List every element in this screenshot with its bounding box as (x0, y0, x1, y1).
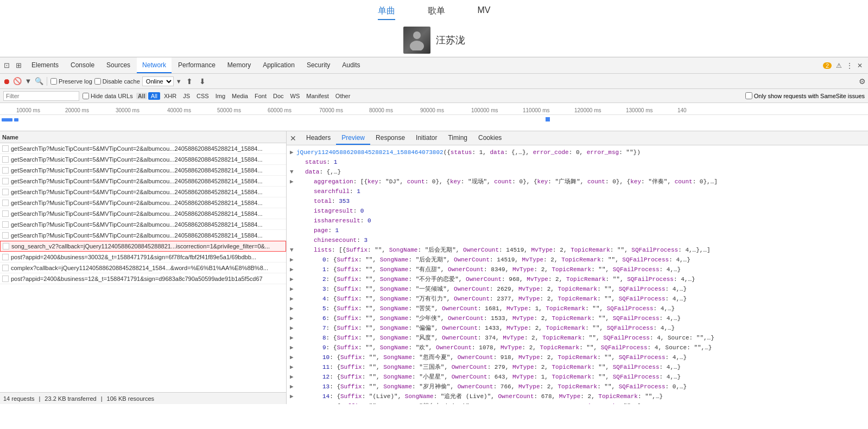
expand-lists[interactable]: ▼ (290, 245, 296, 255)
detail-tab-timing[interactable]: Timing (442, 131, 473, 145)
expand-2[interactable]: ▶ (290, 274, 296, 284)
devtools-right-icons: 2 ⚠ ⋮ ✕ (823, 62, 866, 69)
tab-playlist[interactable]: 歌单 (428, 5, 445, 20)
tab-application[interactable]: Application (257, 57, 300, 73)
close-detail-button[interactable]: ✕ (289, 134, 297, 143)
request-item-7[interactable]: getSearchTip?MusicTipCount=5&MVTipCount=… (0, 219, 286, 230)
inspect-icon[interactable]: ⊡ (2, 61, 11, 70)
expand-1[interactable]: ▶ (290, 265, 296, 274)
tm-80000: 80000 ms (369, 107, 393, 113)
expand-5[interactable]: ▶ (290, 304, 296, 313)
expand-aggregation[interactable]: ▶ (290, 177, 296, 187)
type-doc[interactable]: Doc (270, 92, 287, 100)
detail-tab-response[interactable]: Response (370, 131, 410, 145)
import-icon[interactable]: ⬆ (184, 76, 195, 87)
tab-performance[interactable]: Performance (173, 57, 221, 73)
avatar (403, 27, 430, 54)
tab-network[interactable]: Network (137, 57, 172, 73)
throttle-select[interactable]: Online (142, 76, 174, 86)
request-item-4[interactable]: getSearchTip?MusicTipCount=5&MVTipCount=… (0, 187, 286, 197)
request-item-2[interactable]: getSearchTip?MusicTipCount=5&MVTipCount=… (0, 165, 286, 176)
expand-15[interactable]: ▶ (290, 401, 296, 404)
request-item-0[interactable]: getSearchTip?MusicTipCount=5&MVTipCount=… (0, 143, 286, 154)
detail-tab-headers[interactable]: Headers (301, 131, 336, 145)
tab-security[interactable]: Security (301, 57, 335, 73)
request-item-12[interactable]: post?appid=2400&business=12&_t=158847179… (0, 273, 286, 284)
expand-root[interactable]: ▶ (290, 148, 296, 157)
type-js[interactable]: JS (180, 92, 193, 100)
request-item-8[interactable]: getSearchTip?MusicTipCount=5&MVTipCount=… (0, 230, 286, 241)
preserve-log-checkbox[interactable]: Preserve log (50, 78, 92, 85)
type-font[interactable]: Font (252, 92, 269, 100)
request-item-6[interactable]: getSearchTip?MusicTipCount=5&MVTipCount=… (0, 208, 286, 219)
expand-4[interactable]: ▶ (290, 294, 296, 304)
type-manifest[interactable]: Manifest (303, 92, 332, 100)
tab-memory[interactable]: Memory (222, 57, 256, 73)
expand-0[interactable]: ▶ (290, 255, 296, 265)
expand-14[interactable]: ▶ (290, 392, 296, 401)
detail-tab-initiator[interactable]: Initiator (410, 131, 442, 145)
tab-sources[interactable]: Sources (101, 57, 136, 73)
preview-line-6: ▶ 6: {Suffix: "", SongName: "少年侠", Owner… (287, 313, 868, 323)
expand-6[interactable]: ▶ (290, 313, 296, 323)
expand-10[interactable]: ▶ (290, 353, 296, 362)
favicon-9 (3, 243, 9, 249)
device-icon[interactable]: ⊞ (14, 61, 23, 70)
preview-line-7: ▶ 7: {Suffix: "", SongName: "偏偏", OwnerC… (287, 323, 868, 333)
type-other[interactable]: Other (333, 92, 353, 100)
export-icon[interactable]: ⬇ (197, 76, 208, 87)
more-options-icon[interactable]: ⋮ (846, 62, 853, 69)
tab-mv[interactable]: MV (478, 5, 491, 20)
request-item-5[interactable]: getSearchTip?MusicTipCount=5&MVTipCount=… (0, 197, 286, 208)
tab-console[interactable]: Console (65, 57, 100, 73)
req-name-7: getSearchTip?MusicTipCount=5&MVTipCount=… (11, 221, 284, 228)
preview-line-9: ▶ 9: {Suffix: "", SongName: "欢", OwnerCo… (287, 343, 868, 353)
expand-3[interactable]: ▶ (290, 284, 296, 294)
detail-tab-cookies[interactable]: Cookies (473, 131, 507, 145)
preview-line-status: status: 1 (287, 157, 868, 167)
clear-button[interactable]: 🚫 (13, 77, 22, 86)
expand-11[interactable]: ▶ (290, 362, 296, 372)
request-item-11[interactable]: complex?callback=jQuery11240588620884528… (0, 262, 286, 273)
expand-9[interactable]: ▶ (290, 343, 296, 353)
warning-badge: 2 (823, 62, 832, 69)
hide-data-urls-checkbox[interactable]: Hide data URLs (83, 93, 133, 99)
record-button[interactable]: ⏺ (2, 77, 11, 86)
devtools-main: Name getSearchTip?MusicTipCount=5&MVTipC… (0, 131, 868, 404)
type-all[interactable]: All (148, 92, 160, 100)
type-xhr[interactable]: XHR (161, 92, 179, 100)
expand-8[interactable]: ▶ (290, 333, 296, 343)
request-item-1[interactable]: getSearchTip?MusicTipCount=5&MVTipCount=… (0, 154, 286, 165)
expand-12[interactable]: ▶ (290, 372, 296, 382)
search-button[interactable]: 🔍 (35, 77, 43, 86)
favicon-1 (2, 156, 9, 163)
samesite-checkbox[interactable]: Only show requests with SameSite issues (745, 92, 865, 99)
filter-input[interactable] (3, 91, 79, 101)
req-name-6: getSearchTip?MusicTipCount=5&MVTipCount=… (11, 210, 284, 217)
detail-panel: ✕ Headers Preview Response Initiator Tim… (287, 131, 868, 404)
devtools-tab-bar: ⊡ ⊞ Elements Console Sources Network Per… (0, 57, 868, 74)
close-devtools-icon[interactable]: ✕ (857, 62, 863, 69)
type-css[interactable]: CSS (194, 92, 212, 100)
request-item-3[interactable]: getSearchTip?MusicTipCount=5&MVTipCount=… (0, 176, 286, 187)
type-ws[interactable]: WS (288, 92, 303, 100)
tab-singles[interactable]: 单曲 (378, 5, 395, 20)
expand-13[interactable]: ▶ (290, 382, 296, 392)
expand-7[interactable]: ▶ (290, 323, 296, 333)
artist-info: 汪苏泷 (403, 27, 465, 54)
request-list[interactable]: getSearchTip?MusicTipCount=5&MVTipCount=… (0, 143, 286, 392)
type-media[interactable]: Media (229, 92, 251, 100)
request-item-9[interactable]: song_search_v2?callback=jQuery1124058862… (0, 241, 286, 252)
request-item-10[interactable]: post?appid=2400&business=30032&_t=158847… (0, 252, 286, 262)
settings-icon[interactable]: ⚙ (859, 77, 866, 86)
req-name-5: getSearchTip?MusicTipCount=5&MVTipCount=… (11, 200, 284, 206)
type-img[interactable]: Img (213, 92, 228, 100)
detail-tab-preview[interactable]: Preview (336, 131, 370, 145)
type-filter-bar: Hide data URLs All All XHR JS CSS Img Me… (0, 89, 868, 103)
tab-audits[interactable]: Audits (337, 57, 365, 73)
tab-elements[interactable]: Elements (26, 57, 64, 73)
tm-70000: 70000 ms (319, 107, 343, 113)
disable-cache-checkbox[interactable]: Disable cache (94, 78, 140, 85)
expand-data[interactable]: ▼ (290, 167, 296, 177)
filter-button[interactable]: ▼ (24, 77, 33, 86)
